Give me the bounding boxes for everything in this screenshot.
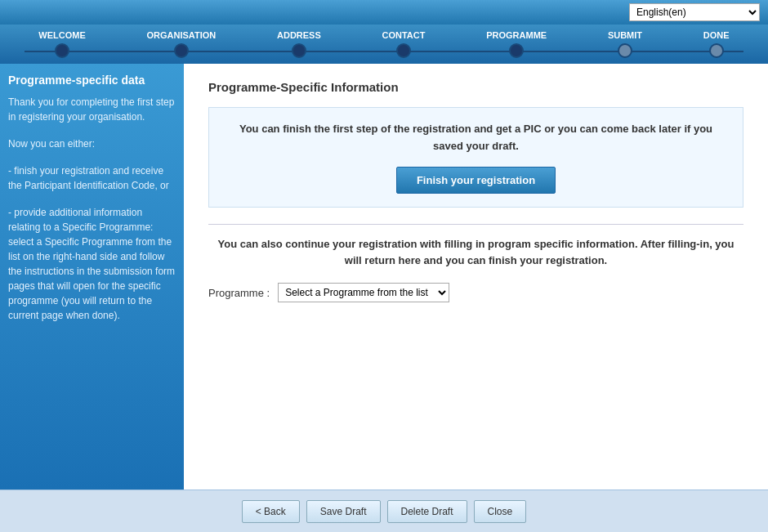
- main-content: Programme-Specific Information You can f…: [184, 64, 768, 490]
- programme-label: Programme :: [208, 287, 270, 299]
- step-contact[interactable]: CONTACT: [382, 30, 426, 58]
- programme-select[interactable]: Select a Programme from the list: [278, 283, 449, 302]
- footer: < Back Save Draft Delete Draft Close: [0, 490, 768, 532]
- sidebar-para4: - provide additional information relatin…: [8, 205, 176, 323]
- save-draft-button[interactable]: Save Draft: [306, 500, 381, 523]
- top-bar: English(en): [0, 0, 768, 25]
- delete-draft-button[interactable]: Delete Draft: [387, 500, 467, 523]
- back-button[interactable]: < Back: [242, 500, 300, 523]
- sidebar-para1: Thank you for completing the first step …: [8, 95, 176, 124]
- step-submit[interactable]: SUBMIT: [608, 30, 642, 58]
- step-welcome[interactable]: WELCOME: [38, 30, 85, 58]
- step-programme[interactable]: PROGRAMME: [486, 30, 547, 58]
- finish-registration-button[interactable]: Finish your registration: [396, 167, 556, 194]
- info-box: You can finish the first step of the reg…: [208, 107, 743, 208]
- step-circle-done: [709, 43, 724, 58]
- info-text: You can finish the first step of the reg…: [225, 121, 726, 155]
- progress-bar: WELCOME ORGANISATION ADDRESS CONTACT PRO…: [0, 25, 768, 64]
- main-layout: Programme-specific data Thank you for co…: [0, 64, 768, 490]
- page-title: Programme-Specific Information: [208, 80, 743, 94]
- sidebar-para3: - finish your registration and receive t…: [8, 163, 176, 193]
- programme-row: Programme : Select a Programme from the …: [208, 283, 743, 302]
- step-organisation[interactable]: ORGANISATION: [147, 30, 217, 58]
- close-button[interactable]: Close: [474, 500, 527, 523]
- step-circle-submit: [618, 43, 632, 58]
- step-circle-programme: [509, 43, 524, 58]
- sidebar: Programme-specific data Thank you for co…: [0, 64, 184, 490]
- step-circle-welcome: [55, 43, 69, 58]
- divider: [208, 224, 743, 225]
- continue-text: You can also continue your registration …: [208, 236, 743, 270]
- sidebar-title: Programme-specific data: [8, 74, 176, 87]
- sidebar-para2: Now you can either:: [8, 136, 176, 151]
- step-address[interactable]: ADDRESS: [277, 30, 321, 58]
- language-selector[interactable]: English(en): [629, 3, 760, 21]
- step-circle-address: [292, 43, 306, 58]
- language-dropdown[interactable]: English(en): [629, 3, 760, 21]
- step-circle-contact: [396, 43, 411, 58]
- step-circle-organisation: [174, 43, 189, 58]
- step-done[interactable]: DONE: [703, 30, 730, 58]
